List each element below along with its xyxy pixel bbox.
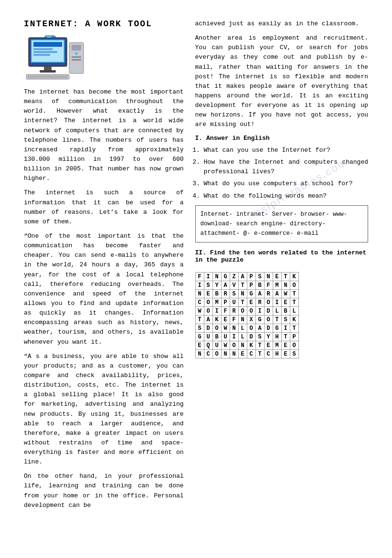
ws-cell: K [212, 316, 221, 324]
ws-cell: A [255, 324, 264, 333]
ws-cell: C [195, 298, 204, 307]
ws-cell: N [238, 341, 247, 350]
ws-cell: N [281, 281, 290, 290]
word-search-puzzle: FINGZAPSNETKISYAVTPBFMNONEBRSNGARAWTCOMP… [195, 272, 299, 358]
ws-cell: T [255, 350, 264, 358]
ws-cell: N [238, 290, 247, 298]
svg-rect-5 [33, 51, 57, 53]
left-text-block: The internet has become the most importa… [24, 87, 184, 510]
svg-point-11 [75, 52, 78, 55]
ws-cell: E [264, 341, 273, 350]
section-II-heading: II. Find the ten words related to the in… [195, 249, 368, 263]
computer-image: intel [24, 35, 86, 81]
ws-cell: D [264, 307, 273, 316]
ws-cell: X [247, 316, 255, 324]
ws-cell: E [238, 350, 247, 358]
ws-cell: O [230, 341, 238, 350]
question-2: How have the Internet and computers chan… [204, 158, 368, 176]
ws-cell: N [264, 273, 273, 281]
ws-cell: K [247, 341, 255, 350]
ws-cell: N [230, 324, 238, 333]
ws-cell: E [204, 290, 212, 298]
ws-cell: G [273, 324, 281, 333]
ws-cell: L [290, 307, 298, 316]
question-1: What can you use the Internet for? [204, 146, 368, 155]
page-title: INTERNET: A WORK TOOL [24, 19, 184, 29]
ws-cell: S [204, 281, 212, 290]
ws-cell: N [212, 273, 221, 281]
ws-cell: D [204, 324, 212, 333]
ws-cell: O [247, 307, 255, 316]
ws-cell: M [273, 341, 281, 350]
ws-cell: S [230, 290, 238, 298]
ws-cell: R [230, 307, 238, 316]
ws-cell: E [281, 298, 290, 307]
right-para-1: achieved just as easily as in the classr… [195, 19, 368, 29]
ws-cell: O [264, 298, 273, 307]
ws-cell: U [230, 298, 238, 307]
ws-cell: H [273, 350, 281, 358]
ws-cell: I [281, 324, 290, 333]
ws-cell: E [221, 316, 230, 324]
ws-cell: O [290, 341, 298, 350]
ws-cell: E [195, 341, 204, 350]
ws-cell: E [247, 298, 255, 307]
ws-cell: A [204, 316, 212, 324]
ws-cell: I [204, 273, 212, 281]
svg-rect-4 [33, 48, 53, 50]
ws-cell: L [238, 324, 247, 333]
svg-rect-13 [72, 59, 81, 61]
ws-cell: T [290, 290, 298, 298]
ws-cell: R [255, 298, 264, 307]
svg-text:intel: intel [47, 35, 51, 38]
svg-rect-7 [44, 66, 52, 70]
section-I-heading: I. Answer in English [195, 135, 368, 142]
ws-cell: G [255, 316, 264, 324]
ws-cell: B [212, 333, 221, 341]
ws-cell: I [273, 298, 281, 307]
ws-cell: H [273, 333, 281, 341]
ws-cell: W [281, 290, 290, 298]
ws-cell: O [204, 307, 212, 316]
ws-cell: A [238, 273, 247, 281]
ws-cell: P [247, 281, 255, 290]
ws-cell: K [290, 273, 298, 281]
para-3: “One of the most important is that the c… [24, 232, 184, 347]
ws-cell: S [290, 350, 298, 358]
ws-cell: E [281, 341, 290, 350]
ws-cell: O [238, 307, 247, 316]
ws-cell: T [195, 316, 204, 324]
ws-cell: C [264, 350, 273, 358]
para-5: On the other hand, in your professional … [24, 472, 184, 510]
ws-cell: B [212, 290, 221, 298]
ws-cell: D [247, 333, 255, 341]
ws-cell: Y [212, 281, 221, 290]
svg-rect-8 [40, 70, 56, 73]
ws-cell: O [204, 298, 212, 307]
ws-cell: T [273, 316, 281, 324]
ws-cell: U [204, 333, 212, 341]
ws-cell: O [290, 281, 298, 290]
svg-rect-15 [28, 75, 68, 78]
ws-cell: T [290, 324, 298, 333]
svg-rect-6 [33, 54, 50, 56]
ws-cell: T [255, 341, 264, 350]
ws-cell: E [273, 273, 281, 281]
ws-cell: S [255, 273, 264, 281]
ws-cell: F [230, 316, 238, 324]
ws-cell: T [281, 273, 290, 281]
ws-cell: B [255, 281, 264, 290]
ws-cell: R [264, 290, 273, 298]
ws-cell: E [281, 350, 290, 358]
ws-cell: O [264, 316, 273, 324]
ws-cell: B [281, 307, 290, 316]
ws-cell: G [195, 333, 204, 341]
ws-cell: I [212, 307, 221, 316]
ws-cell: T [281, 333, 290, 341]
ws-cell: G [247, 290, 255, 298]
ws-cell: N [221, 350, 230, 358]
ws-cell: O [212, 350, 221, 358]
ws-cell: P [221, 298, 230, 307]
ws-cell: I [195, 281, 204, 290]
ws-cell: A [273, 290, 281, 298]
